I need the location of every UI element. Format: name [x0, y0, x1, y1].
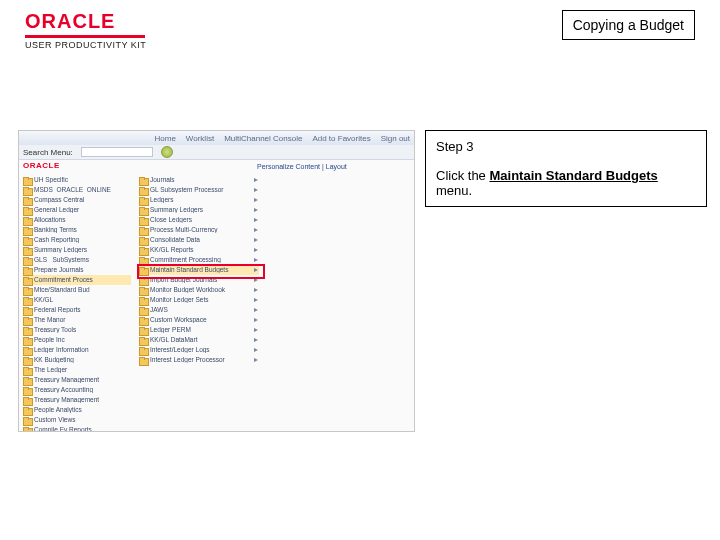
step-text-bold: Maintain Standard Budgets — [489, 168, 657, 183]
personalize-link[interactable]: Personalize Content | Layout — [257, 163, 347, 170]
menu-item[interactable]: Summary Ledgers — [139, 205, 259, 215]
page-title: Copying a Budget — [562, 10, 695, 40]
menu-item-label: Interest Ledger Processor — [150, 357, 251, 363]
menu-item-label: GL Subsystem Processor — [150, 187, 251, 193]
nav-link[interactable]: Sign out — [381, 134, 410, 143]
menu-item[interactable]: Journals — [139, 175, 259, 185]
folder-icon — [23, 197, 31, 204]
menu-item-label: MSDS_ORACLE_ONLINE — [34, 187, 131, 193]
chevron-right-icon — [254, 178, 259, 183]
menu-item[interactable]: Treasury Management — [23, 375, 131, 385]
menu-item-label: Custom Views — [34, 417, 131, 423]
menu-item-label: Allocations — [34, 217, 131, 223]
menu-item[interactable]: UH Specific — [23, 175, 131, 185]
folder-icon — [139, 347, 147, 354]
menu-item[interactable]: Federal Reports — [23, 305, 131, 315]
menu-item[interactable]: Interest/Ledger Logs — [139, 345, 259, 355]
menu-item[interactable]: Close Ledgers — [139, 215, 259, 225]
folder-icon — [23, 427, 31, 433]
menu-item[interactable]: Treasury Accounting — [23, 385, 131, 395]
search-go-icon[interactable] — [161, 146, 173, 158]
folder-icon — [23, 177, 31, 184]
menu-item[interactable]: Monitor Ledger Sets — [139, 295, 259, 305]
menu-item[interactable]: Treasury Tools — [23, 325, 131, 335]
menu-item-label: The Ledger — [34, 367, 131, 373]
menu-item-label: Ledger PERM — [150, 327, 251, 333]
search-input[interactable] — [81, 147, 153, 157]
menu-item[interactable]: Import Budget Journals — [139, 275, 259, 285]
menu-item[interactable]: Ledger PERM — [139, 325, 259, 335]
folder-icon — [139, 257, 147, 264]
folder-icon — [23, 217, 31, 224]
menu-item[interactable]: Banking Terms — [23, 225, 131, 235]
menu-item-label: Treasury Management — [34, 377, 131, 383]
folder-icon — [139, 337, 147, 344]
menu-item-label: Mtce/Standard Bud — [34, 287, 131, 293]
search-label: Search Menu: — [23, 148, 73, 157]
menu-item[interactable]: Prepare Journals — [23, 265, 131, 275]
menu-item[interactable]: Process Multi-Currency — [139, 225, 259, 235]
menu-item[interactable]: Summary Ledgers — [23, 245, 131, 255]
menu-item[interactable]: Maintain Standard Budgets — [139, 265, 259, 275]
menu-column-right: JournalsGL Subsystem ProcessorLedgersSum… — [137, 175, 261, 429]
menu-item[interactable]: KK/GL Reports — [139, 245, 259, 255]
folder-icon — [139, 197, 147, 204]
menu-item[interactable]: Custom Views — [23, 415, 131, 425]
menu-item[interactable]: GL Subsystem Processor — [139, 185, 259, 195]
menu-item[interactable]: Interest Ledger Processor — [139, 355, 259, 365]
menu-item[interactable]: Mtce/Standard Bud — [23, 285, 131, 295]
folder-icon — [23, 377, 31, 384]
menu-item[interactable]: MSDS_ORACLE_ONLINE — [23, 185, 131, 195]
menu-item[interactable]: Compile Ey Reports — [23, 425, 131, 432]
folder-icon — [139, 227, 147, 234]
menu-item[interactable]: JAWS — [139, 305, 259, 315]
menu-item[interactable]: People Inc — [23, 335, 131, 345]
menu-item[interactable]: People Analytics — [23, 405, 131, 415]
folder-icon — [139, 247, 147, 254]
menu-item[interactable]: Monitor Budget Workbook — [139, 285, 259, 295]
nav-link[interactable]: Home — [154, 134, 175, 143]
menu-item[interactable]: Ledger Information — [23, 345, 131, 355]
menu-item[interactable]: Commitment Proces — [23, 275, 131, 285]
menu-item-label: Prepare Journals — [34, 267, 131, 273]
menu-item-label: Interest/Ledger Logs — [150, 347, 251, 353]
chevron-right-icon — [254, 298, 259, 303]
step-text-pre: Click the — [436, 168, 489, 183]
folder-icon — [23, 407, 31, 414]
menu-item-label: Close Ledgers — [150, 217, 251, 223]
menu-item[interactable]: GLS_ SubSystems — [23, 255, 131, 265]
chevron-right-icon — [254, 348, 259, 353]
menu-item[interactable]: Cash Reporting — [23, 235, 131, 245]
menu-item-label: Compile Ey Reports — [34, 427, 131, 432]
menu-item[interactable]: Custom Workspace — [139, 315, 259, 325]
menu-item[interactable]: KK/GL DataMart — [139, 335, 259, 345]
app-search-bar: Search Menu: — [19, 145, 414, 160]
app-brand-mini: ORACLE — [23, 161, 60, 170]
menu-item[interactable]: KK Budgeting — [23, 355, 131, 365]
chevron-right-icon — [254, 228, 259, 233]
step-text: Click the Maintain Standard Budgets menu… — [436, 168, 696, 198]
menu-item[interactable]: Commitment Processing — [139, 255, 259, 265]
chevron-right-icon — [254, 338, 259, 343]
menu-item-label: Treasury Management — [34, 397, 131, 403]
nav-link[interactable]: Add to Favorites — [312, 134, 370, 143]
chevron-right-icon — [254, 238, 259, 243]
nav-link[interactable]: Worklist — [186, 134, 214, 143]
menu-item-label: GLS_ SubSystems — [34, 257, 131, 263]
menu-item[interactable]: Allocations — [23, 215, 131, 225]
menu-item[interactable]: Ledgers — [139, 195, 259, 205]
menu-item[interactable]: KK/GL — [23, 295, 131, 305]
folder-icon — [139, 207, 147, 214]
menu-item[interactable]: Compass Central — [23, 195, 131, 205]
menu-item-label: Process Multi-Currency — [150, 227, 251, 233]
menu-item[interactable]: The Ledger — [23, 365, 131, 375]
folder-icon — [23, 327, 31, 334]
menu-item[interactable]: Treasury Management — [23, 395, 131, 405]
chevron-right-icon — [254, 258, 259, 263]
nav-link[interactable]: MultiChannel Console — [224, 134, 302, 143]
instruction-panel: Step 3 Click the Maintain Standard Budge… — [425, 130, 707, 207]
menu-item[interactable]: General Ledger — [23, 205, 131, 215]
menu-item[interactable]: The Manor — [23, 315, 131, 325]
embedded-screenshot: Home Worklist MultiChannel Console Add t… — [18, 130, 415, 432]
menu-item[interactable]: Consolidate Data — [139, 235, 259, 245]
